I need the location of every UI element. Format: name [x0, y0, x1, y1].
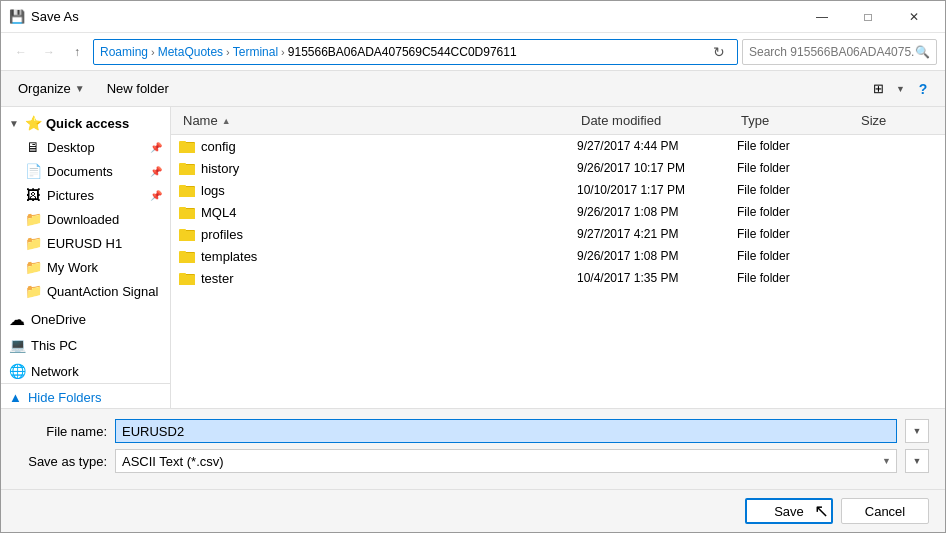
sidebar-item-onedrive[interactable]: ☁ OneDrive [1, 307, 170, 331]
table-row[interactable]: logs 10/10/2017 1:17 PM File folder [171, 179, 945, 201]
downloaded-icon: 📁 [25, 211, 41, 227]
column-name[interactable]: Name ▲ [179, 111, 577, 130]
title-bar-text: Save As [31, 9, 799, 24]
view-button[interactable]: ⊞ [864, 75, 892, 103]
mywork-icon: 📁 [25, 259, 41, 275]
save-button[interactable]: Save ↖ [745, 498, 833, 524]
file-name-cell: templates [179, 248, 577, 264]
title-bar-buttons: — □ ✕ [799, 1, 937, 33]
cursor-icon: ↖ [814, 500, 829, 522]
file-type: File folder [737, 205, 857, 219]
file-type: File folder [737, 139, 857, 153]
savetype-select[interactable]: ASCII Text (*.csv) [115, 449, 897, 473]
organize-button[interactable]: Organize ▼ [9, 75, 94, 103]
sidebar-item-onedrive-label: OneDrive [31, 312, 162, 327]
sidebar-item-network[interactable]: 🌐 Network [1, 359, 170, 383]
file-date: 9/26/2017 10:17 PM [577, 161, 737, 175]
file-name: logs [201, 183, 225, 198]
breadcrumb-folder[interactable]: 915566BA06ADA407569C544CC0D97611 [288, 45, 517, 59]
table-row[interactable]: config 9/27/2017 4:44 PM File folder [171, 135, 945, 157]
toolbar-right: ⊞ ▼ ? [864, 75, 937, 103]
table-row[interactable]: templates 9/26/2017 1:08 PM File folder [171, 245, 945, 267]
table-row[interactable]: MQL4 9/26/2017 1:08 PM File folder [171, 201, 945, 223]
file-name-cell: logs [179, 182, 577, 198]
table-row[interactable]: profiles 9/27/2017 4:21 PM File folder [171, 223, 945, 245]
view-dropdown-icon: ▼ [896, 84, 905, 94]
file-area: Name ▲ Date modified Type Size [171, 107, 945, 408]
pictures-icon: 🖼 [25, 187, 41, 203]
sidebar-item-quantaction-label: QuantAction Signal [47, 284, 162, 299]
forward-button[interactable]: → [37, 40, 61, 64]
sidebar-item-eurusd-label: EURUSD H1 [47, 236, 162, 251]
quick-access-expand-icon: ▼ [9, 118, 21, 129]
sidebar-item-network-label: Network [31, 364, 162, 379]
hide-folders-label: Hide Folders [28, 390, 102, 405]
thispc-icon: 💻 [9, 337, 25, 353]
sidebar-item-documents[interactable]: 📄 Documents 📌 [1, 159, 170, 183]
close-button[interactable]: ✕ [891, 1, 937, 33]
sidebar-item-thispc[interactable]: 💻 This PC [1, 333, 170, 357]
table-row[interactable]: history 9/26/2017 10:17 PM File folder [171, 157, 945, 179]
folder-icon [179, 182, 195, 198]
quick-access-label: Quick access [46, 116, 129, 131]
onedrive-icon: ☁ [9, 311, 25, 327]
column-type[interactable]: Type [737, 111, 857, 130]
column-date[interactable]: Date modified [577, 111, 737, 130]
view-icon: ⊞ [873, 81, 884, 96]
minimize-button[interactable]: — [799, 1, 845, 33]
svg-rect-19 [179, 231, 195, 241]
column-size[interactable]: Size [857, 111, 937, 130]
svg-rect-23 [179, 253, 195, 263]
hide-folders-toggle[interactable]: ▲ Hide Folders [1, 383, 170, 408]
sidebar-item-mywork-label: My Work [47, 260, 162, 275]
new-folder-button[interactable]: New folder [98, 75, 178, 103]
file-name: profiles [201, 227, 243, 242]
bottom-section: File name: ▼ Save as type: ASCII Text (*… [1, 408, 945, 489]
up-button[interactable]: ↑ [65, 40, 89, 64]
savetype-select-wrapper: ASCII Text (*.csv) [115, 449, 897, 473]
table-row[interactable]: tester 10/4/2017 1:35 PM File folder [171, 267, 945, 289]
sidebar-item-desktop-label: Desktop [47, 140, 144, 155]
filename-input[interactable] [115, 419, 897, 443]
back-button[interactable]: ← [9, 40, 33, 64]
pin-icon: 📌 [150, 142, 162, 153]
title-bar-icon: 💾 [9, 9, 25, 25]
sidebar-item-downloaded[interactable]: 📁 Downloaded [1, 207, 170, 231]
address-bar[interactable]: Roaming › MetaQuotes › Terminal › 915566… [93, 39, 738, 65]
folder-icon [179, 226, 195, 242]
cancel-button[interactable]: Cancel [841, 498, 929, 524]
sidebar-item-mywork[interactable]: 📁 My Work [1, 255, 170, 279]
sidebar-item-downloaded-label: Downloaded [47, 212, 162, 227]
file-type: File folder [737, 183, 857, 197]
svg-rect-3 [179, 143, 195, 153]
sidebar-item-desktop[interactable]: 🖥 Desktop 📌 [1, 135, 170, 159]
savetype-label: Save as type: [17, 454, 107, 469]
breadcrumb-terminal[interactable]: Terminal [233, 45, 278, 59]
cancel-label: Cancel [865, 504, 905, 519]
folder-icon [179, 270, 195, 286]
file-date: 9/27/2017 4:21 PM [577, 227, 737, 241]
sidebar-item-eurusd[interactable]: 📁 EURUSD H1 [1, 231, 170, 255]
quick-access-header[interactable]: ▼ ⭐ Quick access [1, 111, 170, 135]
file-date: 10/10/2017 1:17 PM [577, 183, 737, 197]
quantaction-icon: 📁 [25, 283, 41, 299]
sidebar-item-quantaction[interactable]: 📁 QuantAction Signal [1, 279, 170, 303]
savetype-dropdown-button[interactable]: ▼ [905, 449, 929, 473]
sidebar: ▼ ⭐ Quick access 🖥 Desktop 📌 📄 Documents… [1, 107, 171, 408]
filename-dropdown-button[interactable]: ▼ [905, 419, 929, 443]
pin-icon-docs: 📌 [150, 166, 162, 177]
search-icon: 🔍 [915, 45, 930, 59]
breadcrumb-roaming[interactable]: Roaming [100, 45, 148, 59]
breadcrumb-metaquotes[interactable]: MetaQuotes [158, 45, 223, 59]
column-size-label: Size [861, 113, 886, 128]
sidebar-item-pictures[interactable]: 🖼 Pictures 📌 [1, 183, 170, 207]
file-name-cell: tester [179, 270, 577, 286]
search-input[interactable] [749, 45, 915, 59]
maximize-button[interactable]: □ [845, 1, 891, 33]
refresh-button[interactable]: ↻ [707, 40, 731, 64]
search-box[interactable]: 🔍 [742, 39, 937, 65]
help-button[interactable]: ? [909, 75, 937, 103]
file-name: templates [201, 249, 257, 264]
file-name-cell: history [179, 160, 577, 176]
save-label: Save [774, 504, 804, 519]
